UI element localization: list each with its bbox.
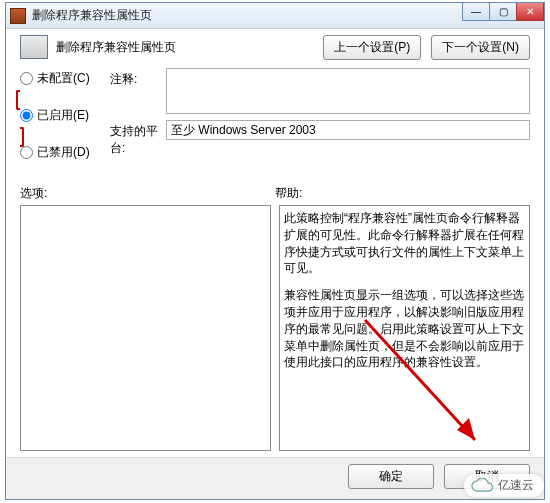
options-pane xyxy=(20,205,271,451)
header-title: 删除程序兼容性属性页 xyxy=(56,39,176,56)
radio-disabled-input[interactable] xyxy=(20,146,33,159)
options-label: 选项: xyxy=(20,185,275,202)
watermark: 亿速云 xyxy=(464,474,544,497)
radio-disabled[interactable]: 已禁用(D) xyxy=(20,144,110,161)
client-area: 删除程序兼容性属性页 上一个设置(P) 下一个设置(N) 未配置(C) 已启用(… xyxy=(6,29,544,499)
minimize-button[interactable]: — xyxy=(462,3,490,21)
radio-enabled-label: 已启用(E) xyxy=(37,107,89,124)
window-controls: — ▢ ✕ xyxy=(463,3,544,21)
radio-not-configured[interactable]: 未配置(C) xyxy=(20,70,110,87)
dialog-window: 删除程序兼容性属性页 — ▢ ✕ 删除程序兼容性属性页 上一个设置(P) 下一个… xyxy=(5,2,545,500)
radio-disabled-label: 已禁用(D) xyxy=(37,144,90,161)
titlebar: 删除程序兼容性属性页 — ▢ ✕ xyxy=(6,3,544,29)
bottom-bar: 确定 取消 xyxy=(6,457,544,499)
help-label: 帮助: xyxy=(275,185,530,202)
platform-row: 支持的平台: xyxy=(110,120,530,157)
close-button[interactable]: ✕ xyxy=(516,3,544,21)
state-radios: 未配置(C) 已启用(E) 已禁用(D) xyxy=(6,68,110,167)
window-title: 删除程序兼容性属性页 xyxy=(32,7,152,24)
pane-labels: 选项: 帮助: xyxy=(6,167,544,205)
help-pane: 此策略控制“程序兼容性”属性页命令行解释器扩展的可见性。此命令行解释器扩展在任何… xyxy=(279,205,530,451)
ok-button[interactable]: 确定 xyxy=(348,464,434,489)
platform-field xyxy=(166,120,530,140)
radio-not-configured-input[interactable] xyxy=(20,72,33,85)
cloud-icon xyxy=(470,478,494,494)
panes: 此策略控制“程序兼容性”属性页命令行解释器扩展的可见性。此命令行解释器扩展在任何… xyxy=(6,205,544,457)
radio-enabled-input[interactable] xyxy=(20,109,33,122)
help-text-1: 此策略控制“程序兼容性”属性页命令行解释器扩展的可见性。此命令行解释器扩展在任何… xyxy=(284,210,525,277)
comment-row: 注释: xyxy=(110,68,530,114)
watermark-text: 亿速云 xyxy=(498,477,534,494)
form-area: 注释: 支持的平台: xyxy=(110,68,544,157)
comment-label: 注释: xyxy=(110,68,166,88)
radio-enabled[interactable]: 已启用(E) xyxy=(20,107,110,124)
prev-setting-button[interactable]: 上一个设置(P) xyxy=(323,35,421,60)
help-text-2: 兼容性属性页显示一组选项，可以选择这些选项并应用于应用程序，以解决影响旧版应用程… xyxy=(284,287,525,371)
next-setting-button[interactable]: 下一个设置(N) xyxy=(431,35,530,60)
maximize-button[interactable]: ▢ xyxy=(489,3,517,21)
platform-label: 支持的平台: xyxy=(110,120,166,157)
app-icon xyxy=(10,8,26,24)
radio-not-configured-label: 未配置(C) xyxy=(37,70,90,87)
header-icon xyxy=(20,35,48,59)
svg-marker-1 xyxy=(457,418,475,440)
comment-input[interactable] xyxy=(166,68,530,114)
